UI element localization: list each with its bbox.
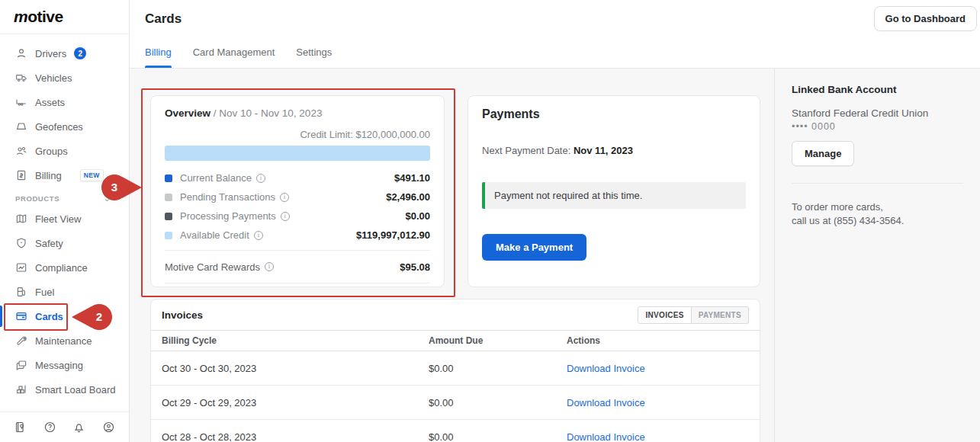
sidebar-item-label: Safety [35,238,63,249]
overview-title: Overview [165,107,210,119]
legend-value: $119,997,012.90 [356,229,430,241]
sidebar-item-fuel[interactable]: Fuel [0,280,129,304]
sidebar-nav: Drivers 2 Vehicles Assets Geofences [0,34,129,402]
info-icon[interactable] [254,231,263,240]
legend-value: $2,496.00 [386,191,430,203]
truck-icon [15,72,27,84]
tab-settings[interactable]: Settings [296,46,332,68]
sidebar-item-geofences[interactable]: Geofences [0,114,129,139]
sidebar-item-label: Compliance [35,262,88,274]
credit-card-icon [15,310,27,322]
next-payment-date: Next Payment Date: Nov 11, 2023 [482,145,746,156]
linked-bank-title: Linked Bank Account [792,84,980,95]
table-header-row: Billing Cycle Amount Due Actions [151,330,760,351]
toggle-invoices-button[interactable]: INVOICES [638,306,691,324]
next-payment-value: Nov 11, 2023 [574,145,633,156]
products-section-header[interactable]: PRODUCTS ⌄ [0,187,129,207]
legend-label: Current Balance [180,172,252,184]
linked-bank-panel: Linked Bank Account Stanford Federal Cre… [774,69,980,442]
table-row: Oct 28 - Oct 28, 2023 $0.00 Download Inv… [151,420,760,442]
toggle-payments-button[interactable]: PAYMENTS [692,306,749,324]
help-icon[interactable] [43,421,56,434]
sidebar-item-messaging[interactable]: Messaging [0,353,129,377]
sidebar-item-vehicles[interactable]: Vehicles [0,66,129,90]
download-invoice-link[interactable]: Download Invoice [567,397,645,408]
sidebar-item-label: Assets [35,97,65,108]
billing-cycle-cell: Oct 28 - Oct 28, 2023 [151,431,418,442]
wrench-icon [15,335,27,347]
divider [792,183,963,184]
chevron-down-icon: ⌄ [104,194,111,203]
sidebar-item-smart-load-board[interactable]: Smart Load Board [0,377,129,402]
legend-row-available-credit: Available Credit $119,997,012.90 [165,226,430,245]
sidebar-item-billing[interactable]: Billing NEW [0,163,129,187]
sidebar-item-label: Cards [35,311,63,322]
invoices-card: Invoices INVOICES PAYMENTS Billing Cycle… [150,299,760,442]
sidebar-item-groups[interactable]: Groups [0,139,129,163]
sidebar-item-safety[interactable]: Safety [0,231,129,255]
map-icon [15,213,27,225]
legend-swatch [165,232,172,239]
sidebar-item-assets[interactable]: Assets [0,90,129,114]
order-cards-line2: call us at (855) 434-3564. [792,214,980,228]
legend-swatch [165,175,172,182]
billing-new-badge: NEW [80,169,104,181]
next-payment-label: Next Payment Date: [482,145,574,156]
download-invoice-link[interactable]: Download Invoice [567,363,645,374]
info-icon[interactable] [265,262,274,271]
sidebar-item-maintenance[interactable]: Maintenance [0,328,129,353]
billing-cycle-cell: Oct 30 - Oct 30, 2023 [151,363,418,374]
chart-frame-icon [15,261,27,274]
motive-logo: motive [14,8,63,26]
sidebar-footer [0,412,129,442]
logbook-pin-icon[interactable] [14,421,27,434]
overview-date-range: / Nov 10 - Nov 10, 2023 [214,107,323,119]
divider [165,283,430,283]
active-indicator [0,306,2,327]
manage-button[interactable]: Manage [792,141,854,166]
sidebar-item-cards[interactable]: Cards [0,304,129,328]
column-amount-due: Amount Due [418,335,556,346]
legend-swatch [165,194,172,201]
payments-card: Payments Next Payment Date: Nov 11, 2023… [468,95,760,287]
sidebar-item-compliance[interactable]: Compliance [0,255,129,280]
legend-value: $491.10 [394,172,430,184]
bell-icon[interactable] [72,421,85,434]
legend-row-current-balance: Current Balance $491.10 [165,168,430,187]
products-section-label: PRODUCTS [15,194,59,203]
page-title: Cards [145,11,182,27]
sidebar-item-label: Groups [35,146,68,157]
bank-masked-number: •••• 0000 [792,121,980,132]
tab-card-management[interactable]: Card Management [193,46,275,68]
billing-cycle-cell: Oct 29 - Oct 29, 2023 [151,397,418,408]
account-icon[interactable] [102,421,115,434]
sidebar-item-label: Geofences [35,121,83,133]
column-actions: Actions [556,335,760,346]
info-icon[interactable] [256,174,265,183]
payment-notice: Payment not required at this time. [482,182,746,209]
legend-label: Available Credit [180,229,249,241]
tab-bar: Billing Card Management Settings [145,46,332,68]
legend-row-processing-payments: Processing Payments $0.00 [165,207,430,226]
bank-name: Stanford Federal Credit Union [792,107,980,119]
info-icon[interactable] [280,193,289,202]
rewards-row: Motive Card Rewards $95.08 [165,256,430,277]
person-icon [15,47,27,59]
load-board-icon [15,383,27,396]
amount-due-cell: $0.00 [418,397,556,408]
sidebar-item-drivers[interactable]: Drivers 2 [0,41,129,66]
tab-billing[interactable]: Billing [145,46,172,68]
credit-usage-bar [165,146,430,161]
download-invoice-link[interactable]: Download Invoice [567,431,645,442]
order-cards-line1: To order more cards, [792,200,980,214]
payments-title: Payments [482,107,746,121]
make-payment-button[interactable]: Make a Payment [482,234,586,261]
page-header: Cards Billing Card Management Settings G… [130,0,980,69]
divider [165,250,430,251]
rewards-label: Motive Card Rewards [165,261,260,273]
info-icon[interactable] [281,212,290,221]
credit-legend: Current Balance $491.10 Pending Transact… [165,168,430,245]
go-to-dashboard-button[interactable]: Go to Dashboard [874,6,977,31]
sidebar-item-fleet-view[interactable]: Fleet View [0,207,129,231]
invoices-title: Invoices [162,309,203,321]
